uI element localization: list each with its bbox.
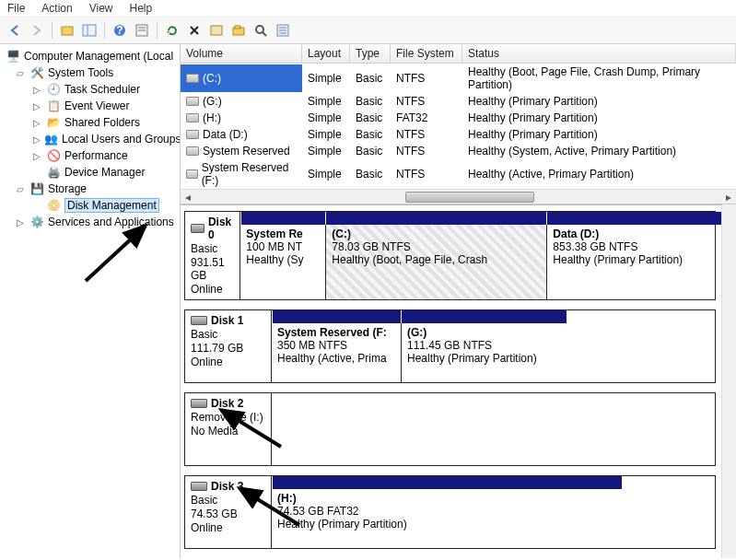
partition-status: Healthy (Boot, Page File, Crash [332,253,541,266]
disk-info: Disk 0Basic931.51 GBOnline [185,212,240,299]
disk-name: Disk 2 [211,397,243,410]
help-icon[interactable]: ? [111,21,129,40]
horizontal-scrollbar[interactable]: ◂ ▸ [181,189,736,204]
disk-row[interactable]: Disk 3Basic74.53 GBOnline(H:)74.53 GB FA… [184,475,716,549]
partition[interactable]: (C:)78.03 GB NTFSHealthy (Boot, Page Fil… [325,225,546,299]
partition-size: 78.03 GB NTFS [332,240,541,253]
menu-bar: File Action View Help [0,0,736,18]
col-filesystem[interactable]: File System [391,44,462,63]
partition-size: 111.45 GB NTFS [407,339,561,352]
menu-file[interactable]: File [7,2,25,15]
partition[interactable]: Data (D:)853.38 GB NTFSHealthy (Primary … [546,225,721,299]
volume-fs: NTFS [391,160,462,188]
volume-layout: Simple [302,144,350,158]
tree-performance[interactable]: ▷🚫Performance [2,147,178,164]
volume-fs: NTFS [391,94,462,109]
volume-row[interactable]: System Reserved (F:)SimpleBasicNTFSHealt… [181,159,736,189]
disk-kind: Basic [191,494,265,507]
volume-status: Healthy (Active, Primary Partition) [462,160,736,188]
users-icon: 👥 [44,132,58,146]
tree-system-tools[interactable]: ▱🛠️System Tools [2,64,178,81]
volume-layout: Simple [302,94,350,109]
disk-row[interactable]: Disk 1Basic111.79 GBOnlineSystem Reserve… [184,309,716,383]
volume-status: Healthy (Primary Partition) [462,94,736,109]
drive-icon [186,113,199,122]
settings-icon[interactable] [207,21,226,40]
volume-row[interactable]: Data (D:)SimpleBasicNTFSHealthy (Primary… [181,126,736,143]
col-status[interactable]: Status [462,44,736,63]
delete-icon[interactable] [185,21,204,40]
scroll-left-icon[interactable]: ◂ [181,191,195,204]
properties-icon[interactable] [133,21,151,40]
disk-state: Online [191,521,265,534]
disk-state: No Media [191,425,265,438]
volume-type: Basic [350,160,391,188]
volume-status: Healthy (Primary Partition) [462,111,736,125]
volume-fs: NTFS [391,144,462,158]
tree-services[interactable]: ▷⚙️Services and Applications [2,214,178,230]
open-icon[interactable] [229,21,248,40]
volume-row[interactable]: System ReservedSimpleBasicNTFSHealthy (S… [181,143,736,159]
list-icon[interactable] [274,21,292,40]
svg-text:?: ? [116,24,123,37]
drive-icon [186,169,198,179]
folder-icon: 📂 [46,115,61,130]
refresh-icon[interactable] [163,21,181,40]
disk-kind: Basic [191,242,234,255]
volume-status: Healthy (Primary Partition) [462,127,736,142]
menu-action[interactable]: Action [41,2,72,15]
volume-row[interactable]: (G:)SimpleBasicNTFSHealthy (Primary Part… [181,93,736,110]
scroll-right-icon[interactable]: ▸ [721,191,736,204]
volume-row[interactable]: (C:)SimpleBasicNTFSHealthy (Boot, Page F… [181,64,736,93]
partition[interactable]: System Re100 MB NTHealthy (Sy [240,225,325,299]
tree-storage[interactable]: ▱💾Storage [2,181,178,197]
show-hide-tree-icon[interactable] [80,21,99,40]
tools-icon: 🛠️ [29,65,44,80]
col-type[interactable]: Type [350,44,391,63]
svg-point-11 [256,26,263,33]
tree-shared-folders[interactable]: ▷📂Shared Folders [2,114,178,131]
disk-row[interactable]: Disk 0Basic931.51 GBOnlineSystem Re100 M… [184,211,716,300]
volume-fs: NTFS [391,127,462,142]
disk-icon: 📀 [46,198,61,213]
volume-fs: FAT32 [391,111,462,125]
disk-info: Disk 1Basic111.79 GBOnline [185,310,272,382]
vertical-scrollbar[interactable] [721,204,736,558]
zoom-icon[interactable] [251,21,270,40]
disk-icon [191,482,207,491]
svg-rect-10 [235,26,240,29]
partition-name: System Re [246,228,320,240]
volume-type: Basic [350,111,391,125]
tree-device-manager[interactable]: 🖨️Device Manager [2,164,178,181]
tree-local-users[interactable]: ▷👥Local Users and Groups [2,131,178,147]
tree-task-scheduler[interactable]: ▷🕘Task Scheduler [2,81,178,98]
volume-type: Basic [350,64,391,92]
volume-list: Volume Layout Type File System Status (C… [181,44,736,204]
tree-root[interactable]: 🖥️Computer Management (Local [2,48,178,64]
partition[interactable]: System Reserved (F:350 MB NTFSHealthy (A… [272,323,401,382]
volume-status: Healthy (Boot, Page File, Crash Dump, Pr… [462,64,736,92]
forward-button[interactable] [28,21,46,40]
tree-disk-management[interactable]: 📀Disk Management [2,197,178,214]
up-icon[interactable] [58,21,76,40]
volume-layout: Simple [302,111,350,125]
partition-size: 350 MB NTFS [277,339,395,352]
partition[interactable]: (H:)74.53 GB FAT32Healthy (Primary Parti… [272,489,622,548]
back-button[interactable] [6,21,24,40]
partition[interactable]: (G:)111.45 GB NTFSHealthy (Primary Parti… [401,323,567,382]
menu-view[interactable]: View [89,2,113,15]
volume-row[interactable]: (H:)SimpleBasicFAT32Healthy (Primary Par… [181,110,736,126]
drive-icon [186,146,199,156]
volume-type: Basic [350,127,391,142]
partition-size: 100 MB NT [246,240,320,253]
menu-help[interactable]: Help [130,2,153,15]
volume-layout: Simple [302,64,350,92]
col-volume[interactable]: Volume [181,44,302,63]
col-layout[interactable]: Layout [302,44,350,63]
volume-name: System Reserved (F:) [202,161,297,187]
volume-name: (C:) [203,72,221,85]
disk-row[interactable]: Disk 2Removable (I:)No Media [184,392,716,466]
partition-status: Healthy (Primary Partition) [407,352,561,365]
partition-status: Healthy (Sy [246,253,320,266]
tree-event-viewer[interactable]: ▷📋Event Viewer [2,98,178,114]
